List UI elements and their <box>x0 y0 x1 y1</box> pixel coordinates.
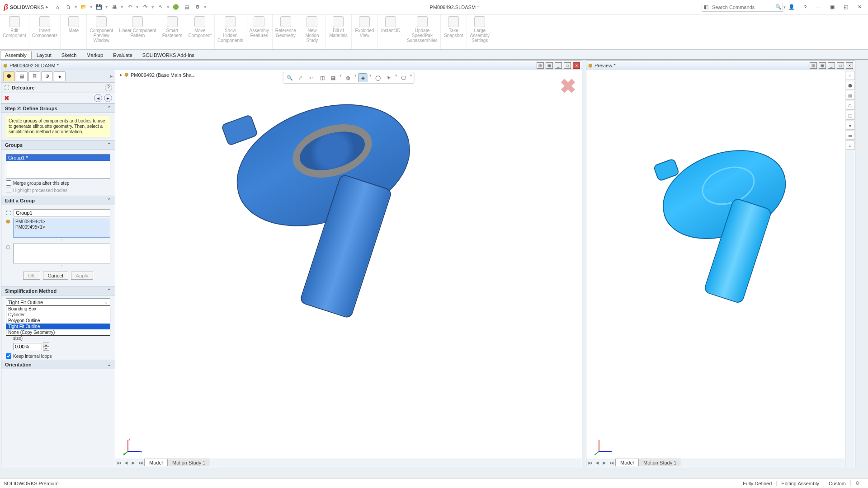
property-manager-tab-icon[interactable]: ▤ <box>16 71 28 81</box>
spin-up-icon[interactable]: ▴ <box>43 343 49 347</box>
groups-list[interactable]: Group1 * <box>6 154 110 178</box>
ribbon-button[interactable]: MoveComponent <box>185 14 215 49</box>
prev-view-icon[interactable]: ↩ <box>307 73 316 82</box>
command-tab[interactable]: SOLIDWORKS Add-Ins <box>137 51 199 59</box>
display-manager-tab-icon[interactable]: ● <box>54 71 66 81</box>
main-viewport[interactable]: ▸ ⬢ PM009492 (Base Main Sha... 🔍 ⤢ ↩ ◫ ▦… <box>115 70 582 467</box>
tab-scroll-prev-icon[interactable]: ◄ <box>594 460 601 465</box>
edit-group-header[interactable]: Edit a Group⌃ <box>1 196 115 205</box>
group-item-1[interactable]: Group1 * <box>6 155 110 161</box>
appearance-icon[interactable]: ◯ <box>373 73 382 82</box>
tab-scroll-next-icon[interactable]: ► <box>601 460 608 465</box>
taskpane-explorer-icon[interactable]: 🗀 <box>846 101 855 110</box>
home-icon[interactable]: ⌂ <box>52 2 62 12</box>
maximize-icon[interactable]: ◱ <box>841 2 851 12</box>
close-icon[interactable]: ✕ <box>854 2 864 12</box>
taskpane-forum-icon[interactable]: ⌂ <box>846 141 855 150</box>
resize-handle-icon[interactable]: ◦ <box>13 238 110 242</box>
status-units[interactable]: Custom <box>824 481 850 486</box>
ribbon-button[interactable]: ReferenceGeometry <box>273 14 299 49</box>
include-bodies-list[interactable]: PM009494<1> PM009495<1> <box>13 218 110 238</box>
ribbon-button[interactable]: InsertComponents <box>29 14 61 49</box>
confirm-cancel-icon[interactable]: ✖ <box>560 75 576 98</box>
help-icon[interactable]: ? <box>800 2 810 12</box>
model-tab[interactable]: Model <box>615 459 639 466</box>
ok-button[interactable]: OK <box>23 272 40 280</box>
ribbon-button[interactable]: Instant3D <box>378 14 404 49</box>
pm-help-icon[interactable]: ? <box>105 84 112 91</box>
ribbon-button[interactable]: UpdateSpeedPakSubassemblies <box>404 14 441 49</box>
win-max-icon[interactable]: □ <box>564 62 571 69</box>
ribbon-button[interactable]: ComponentPreviewWindow <box>87 14 116 49</box>
pm-cancel-icon[interactable]: ✖ <box>4 94 9 102</box>
motion-study-tab[interactable]: Motion Study 1 <box>638 459 681 466</box>
ribbon-button[interactable]: ShowHiddenComponents <box>215 14 246 49</box>
highlight-bodies-checkbox[interactable]: Highlight processed bodies <box>6 188 110 193</box>
config-manager-tab-icon[interactable]: 𝄜 <box>28 71 40 81</box>
orientation-header[interactable]: Orientation⌄ <box>1 360 115 369</box>
main-window-titlebar[interactable]: ⬢ PM009492.SLDASM * ▥ ▦ _ □ ✕ <box>1 61 582 70</box>
dropdown-option[interactable]: Tight Fit Outline <box>6 324 110 329</box>
win-tile1-icon[interactable]: ▥ <box>537 62 544 69</box>
search-commands[interactable]: ◧ 🔍 ▾ <box>702 3 783 12</box>
taskpane-appearance-icon[interactable]: ● <box>846 121 855 130</box>
apply-button[interactable]: Apply <box>71 272 94 280</box>
hide-show-icon[interactable]: ◈ <box>359 73 368 82</box>
taskpane-resources-icon[interactable]: ⬢ <box>846 81 855 90</box>
user-icon[interactable]: 👤 <box>787 2 797 12</box>
scene-icon[interactable]: ☀ <box>384 73 393 82</box>
status-gear-icon[interactable]: ⚙ <box>850 480 864 486</box>
dropdown-option[interactable]: None (Copy Geometry) <box>6 329 110 335</box>
model-tab[interactable]: Model <box>144 459 168 466</box>
search-input[interactable] <box>710 5 774 10</box>
preview-viewport[interactable]: ⏮ ◄ ► ⏭ Model Motion Study 1 <box>586 70 845 467</box>
restore-icon[interactable]: ▣ <box>827 2 837 12</box>
ribbon-button[interactable]: Mate <box>61 14 87 49</box>
dropdown-option[interactable]: Cylinder <box>6 312 110 318</box>
win-close-icon[interactable]: ✕ <box>573 62 580 69</box>
tab-scroll-last-icon[interactable]: ⏭ <box>137 460 144 465</box>
taskpane-props-icon[interactable]: ☰ <box>846 131 855 140</box>
search-icon[interactable]: 🔍 <box>774 4 783 10</box>
win-tile2-icon[interactable]: ▦ <box>546 62 553 69</box>
size-input[interactable] <box>13 343 42 350</box>
win-tile2-icon[interactable]: ▦ <box>819 62 826 69</box>
list-item[interactable]: PM009494<1> <box>15 219 108 225</box>
redo-icon[interactable]: ↷ <box>140 2 150 12</box>
tab-scroll-first-icon[interactable]: ⏮ <box>115 460 123 465</box>
select-icon[interactable]: ↖ <box>156 2 165 12</box>
settings-gear-icon[interactable]: ⚙ <box>193 2 203 12</box>
rebuild-icon[interactable]: 🟢 <box>171 2 181 12</box>
view-settings-icon[interactable]: 🖵 <box>399 73 408 82</box>
save-icon[interactable]: 💾 <box>94 2 104 12</box>
print-icon[interactable]: 🖶 <box>109 2 119 12</box>
taskpane-home-icon[interactable]: ⌂ <box>846 71 855 80</box>
open-icon[interactable]: 📂 <box>79 2 89 12</box>
win-min-icon[interactable]: _ <box>828 62 835 69</box>
zoom-fit-icon[interactable]: 🔍 <box>285 73 294 82</box>
ribbon-button[interactable]: LargeAssemblySettings <box>467 14 493 49</box>
undo-icon[interactable]: ↶ <box>125 2 135 12</box>
taskpane-view-icon[interactable]: ◫ <box>846 111 855 120</box>
pm-next-icon[interactable]: ► <box>104 94 112 102</box>
command-tab[interactable]: Assembly <box>0 51 32 59</box>
pm-prev-icon[interactable]: ◄ <box>94 94 102 102</box>
ribbon-button[interactable]: Linear ComponentPattern <box>116 14 159 49</box>
keep-internal-loops-checkbox[interactable]: Keep internal loops <box>6 353 110 359</box>
command-tab[interactable]: Layout <box>32 51 57 59</box>
ribbon-button[interactable]: Bill ofMaterials <box>326 14 352 49</box>
simplification-dropdown[interactable]: Tight Fit Outline⌄ <box>6 298 110 306</box>
simplification-dropdown-list[interactable]: Bounding BoxCylinderPolygon OutlineTight… <box>6 305 110 336</box>
tab-scroll-prev-icon[interactable]: ◄ <box>123 460 130 465</box>
panel-split-icon[interactable]: ▸ <box>110 73 113 79</box>
ribbon-button[interactable]: EditComponent <box>0 14 29 49</box>
new-icon[interactable]: 🗋 <box>63 2 73 12</box>
ribbon-button[interactable]: TakeSnapshot <box>441 14 467 49</box>
ribbon-button[interactable]: SmartFasteners <box>159 14 185 49</box>
resize-handle-icon[interactable]: ◦ <box>13 263 110 268</box>
breadcrumb[interactable]: ▸ ⬢ PM009492 (Base Main Sha... <box>120 72 196 78</box>
spin-down-icon[interactable]: ▾ <box>43 347 49 351</box>
command-tab[interactable]: Evaluate <box>108 51 137 59</box>
cancel-button[interactable]: Cancel <box>43 272 68 280</box>
tab-scroll-first-icon[interactable]: ⏮ <box>586 460 594 465</box>
